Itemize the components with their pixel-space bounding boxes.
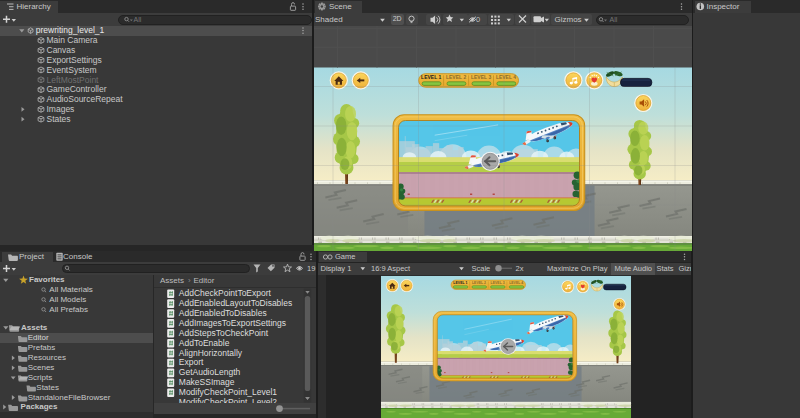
svg-text:LEVEL 4: LEVEL 4	[495, 74, 515, 80]
svg-text:LEVEL 3: LEVEL 3	[470, 74, 490, 80]
svg-text:LEVEL 4: LEVEL 4	[509, 281, 523, 285]
svg-text:LEVEL 2: LEVEL 2	[445, 74, 465, 80]
svg-text:LEVEL 1: LEVEL 1	[421, 74, 441, 80]
svg-text:LEVEL 3: LEVEL 3	[490, 281, 504, 285]
svg-text:LEVEL 2: LEVEL 2	[471, 281, 485, 285]
svg-text:LEVEL 1: LEVEL 1	[453, 281, 467, 285]
